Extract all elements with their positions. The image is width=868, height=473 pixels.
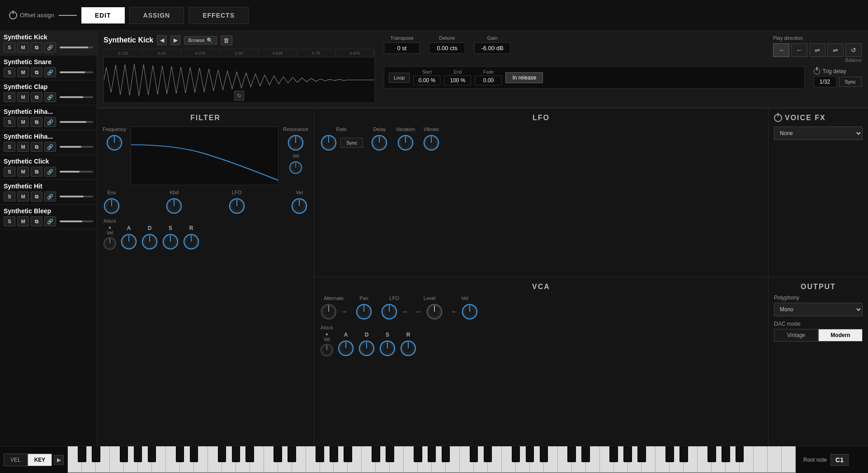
vca-r-knob[interactable] <box>399 339 417 357</box>
white-key[interactable] <box>138 446 152 473</box>
effects-tab-button[interactable]: EFFECTS <box>189 7 249 24</box>
vca-vel-knob[interactable] <box>461 303 479 321</box>
in-release-button[interactable]: In release <box>505 72 543 83</box>
mute-button-3[interactable]: M <box>17 117 29 127</box>
lfo-delay-knob[interactable] <box>370 134 388 152</box>
white-key[interactable] <box>488 446 502 473</box>
white-key[interactable] <box>278 446 292 473</box>
sidebar-item-5[interactable]: Synthetic Click S M ⧉ 🔗 <box>0 155 97 180</box>
copy-button-5[interactable]: ⧉ <box>31 167 42 177</box>
mute-button-1[interactable]: M <box>17 67 29 77</box>
filter-r-knob[interactable] <box>182 233 200 251</box>
modern-dac-button[interactable]: Modern <box>818 329 863 342</box>
white-key[interactable] <box>446 446 460 473</box>
link-button-0[interactable]: 🔗 <box>44 42 56 52</box>
solo-button-5[interactable]: S <box>4 167 15 177</box>
white-key[interactable] <box>152 446 166 473</box>
copy-button-4[interactable]: ⧉ <box>31 142 42 152</box>
resonance-knob[interactable] <box>287 134 305 152</box>
solo-button-4[interactable]: S <box>4 142 15 152</box>
solo-button-1[interactable]: S <box>4 67 15 77</box>
white-key[interactable] <box>460 446 474 473</box>
filter-lfo-knob[interactable] <box>228 197 246 215</box>
white-key[interactable] <box>362 446 376 473</box>
white-key[interactable] <box>166 446 180 473</box>
sidebar-item-3[interactable]: Synthetic Hiha... S M ⧉ 🔗 <box>0 105 97 130</box>
vca-alternate-knob[interactable] <box>320 303 338 321</box>
sidebar-item-1[interactable]: Synthetic Snare S M ⧉ 🔗 <box>0 56 97 80</box>
vel-button[interactable]: VEL <box>4 454 28 466</box>
sidebar-item-0[interactable]: Synthetic Kick S M ⧉ 🔗 <box>0 31 97 56</box>
filter-s-knob[interactable] <box>161 233 179 251</box>
link-button-4[interactable]: 🔗 <box>44 142 56 152</box>
link-button-7[interactable]: 🔗 <box>44 216 56 226</box>
trig-power-icon[interactable] <box>814 68 820 75</box>
vca-pan-knob[interactable] <box>355 303 373 321</box>
link-button-5[interactable]: 🔗 <box>44 167 56 177</box>
frequency-knob[interactable] <box>105 134 123 152</box>
prev-sample-button[interactable]: ◀ <box>157 35 167 45</box>
white-key[interactable] <box>418 446 432 473</box>
vca-s-knob[interactable] <box>378 339 396 357</box>
white-key[interactable] <box>586 446 600 473</box>
white-key[interactable] <box>600 446 614 473</box>
play-forward-button[interactable]: → <box>773 43 789 57</box>
link-button-2[interactable]: 🔗 <box>44 92 56 102</box>
volume-slider-5[interactable] <box>60 171 93 173</box>
solo-button-6[interactable]: S <box>4 192 15 201</box>
trig-delay-value[interactable]: 1/32 <box>814 76 836 87</box>
white-key[interactable] <box>348 446 362 473</box>
play-reverse-button[interactable]: ← <box>791 43 807 57</box>
white-key[interactable] <box>740 446 754 473</box>
detune-value[interactable]: 0.00 cts <box>429 42 465 54</box>
white-key[interactable] <box>306 446 320 473</box>
copy-button-2[interactable]: ⧉ <box>31 92 42 102</box>
volume-slider-2[interactable] <box>60 96 93 98</box>
white-key[interactable] <box>698 446 712 473</box>
filter-d-knob[interactable] <box>141 233 159 251</box>
volume-slider-1[interactable] <box>60 71 93 73</box>
solo-button-0[interactable]: S <box>4 42 15 52</box>
loop-button[interactable]: Loop <box>389 73 410 83</box>
white-key[interactable] <box>208 446 222 473</box>
white-key[interactable] <box>530 446 544 473</box>
white-key[interactable] <box>782 446 796 473</box>
waveform-canvas[interactable]: ↻ <box>104 57 374 103</box>
copy-button-0[interactable]: ⧉ <box>31 42 42 52</box>
vca-lfo-knob[interactable] <box>380 303 398 321</box>
white-key[interactable] <box>292 446 306 473</box>
white-key[interactable] <box>264 446 278 473</box>
copy-button-3[interactable]: ⧉ <box>31 117 42 127</box>
browse-button[interactable]: Browse 🔍 <box>184 36 217 45</box>
link-button-3[interactable]: 🔗 <box>44 117 56 127</box>
assign-tab-button[interactable]: ASSIGN <box>129 7 184 24</box>
lfo-rate-knob[interactable] <box>320 134 338 152</box>
white-key[interactable] <box>222 446 236 473</box>
mute-button-7[interactable]: M <box>17 216 29 226</box>
volume-slider-6[interactable] <box>60 196 93 197</box>
copy-button-7[interactable]: ⧉ <box>31 216 42 226</box>
white-key[interactable] <box>614 446 628 473</box>
white-key[interactable] <box>96 446 110 473</box>
key-button[interactable]: KEY <box>28 454 52 466</box>
polyphony-select[interactable]: Mono <box>774 303 863 316</box>
white-key[interactable] <box>726 446 740 473</box>
vca-vel-attack-knob[interactable] <box>320 343 334 357</box>
lfo-sync-button[interactable]: Sync <box>340 138 363 148</box>
gain-value[interactable]: -6.00 dB <box>474 42 510 54</box>
copy-button-1[interactable]: ⧉ <box>31 67 42 77</box>
sidebar-item-2[interactable]: Synthetic Clap S M ⧉ 🔗 <box>0 80 97 105</box>
lfo-vibrato-knob[interactable] <box>422 134 440 152</box>
piano-keys[interactable] <box>68 446 796 473</box>
resonance-vel-knob[interactable] <box>288 160 303 175</box>
power-icon[interactable] <box>9 11 17 19</box>
white-key[interactable] <box>404 446 418 473</box>
vca-a-knob[interactable] <box>337 339 355 357</box>
white-key[interactable] <box>432 446 446 473</box>
kbd-knob[interactable] <box>165 197 183 215</box>
white-key[interactable] <box>712 446 726 473</box>
play-pingpong2-button[interactable]: ⇌ <box>827 43 844 57</box>
white-key[interactable] <box>236 446 250 473</box>
white-key[interactable] <box>684 446 698 473</box>
piano-play-button[interactable]: ▶ <box>54 455 64 465</box>
